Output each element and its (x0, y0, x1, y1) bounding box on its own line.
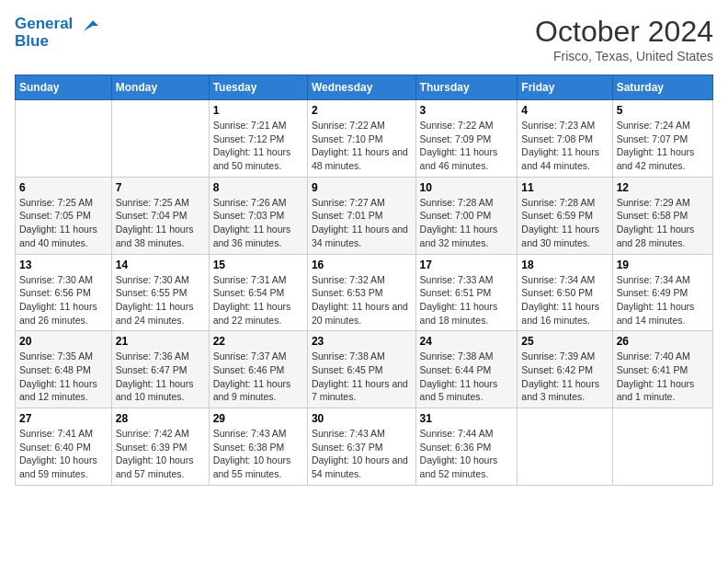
day-info: Sunrise: 7:26 AMSunset: 7:03 PMDaylight:… (213, 197, 291, 248)
calendar-cell: 10Sunrise: 7:28 AMSunset: 7:00 PMDayligh… (415, 177, 518, 254)
day-info: Sunrise: 7:35 AMSunset: 6:48 PMDaylight:… (19, 350, 97, 402)
day-info: Sunrise: 7:34 AMSunset: 6:50 PMDaylight:… (521, 274, 599, 326)
calendar-cell (518, 408, 612, 486)
calendar-cell: 22Sunrise: 7:37 AMSunset: 6:46 PMDayligh… (209, 331, 307, 408)
calendar-cell: 8Sunrise: 7:26 AMSunset: 7:03 PMDaylight… (209, 177, 307, 254)
day-number: 2 (312, 104, 412, 117)
calendar-cell: 26Sunrise: 7:40 AMSunset: 6:41 PMDayligh… (612, 331, 712, 408)
calendar-cell: 1Sunrise: 7:21 AMSunset: 7:12 PMDaylight… (209, 100, 307, 178)
calendar-cell: 27Sunrise: 7:41 AMSunset: 6:40 PMDayligh… (16, 408, 112, 486)
calendar-table: SundayMondayTuesdayWednesdayThursdayFrid… (15, 75, 713, 486)
day-info: Sunrise: 7:24 AMSunset: 7:07 PMDaylight:… (617, 120, 695, 171)
day-number: 20 (19, 335, 108, 348)
weekday-header-saturday: Saturday (612, 75, 712, 100)
day-number: 17 (420, 259, 514, 271)
page-header: General Blue October 2024 Frisco, Texas,… (15, 15, 713, 63)
day-info: Sunrise: 7:30 AMSunset: 6:55 PMDaylight:… (116, 274, 194, 326)
day-info: Sunrise: 7:38 AMSunset: 6:44 PMDaylight:… (420, 350, 498, 402)
day-number: 15 (213, 259, 303, 271)
day-info: Sunrise: 7:32 AMSunset: 6:53 PMDaylight:… (312, 274, 408, 326)
calendar-cell: 17Sunrise: 7:33 AMSunset: 6:51 PMDayligh… (415, 254, 518, 331)
day-info: Sunrise: 7:40 AMSunset: 6:41 PMDaylight:… (617, 350, 695, 402)
day-info: Sunrise: 7:39 AMSunset: 6:42 PMDaylight:… (521, 350, 599, 402)
calendar-cell: 24Sunrise: 7:38 AMSunset: 6:44 PMDayligh… (415, 331, 518, 408)
day-number: 12 (617, 181, 709, 194)
calendar-cell: 4Sunrise: 7:23 AMSunset: 7:08 PMDaylight… (518, 100, 612, 178)
day-info: Sunrise: 7:36 AMSunset: 6:47 PMDaylight:… (116, 350, 194, 402)
month-title: October 2024 (535, 15, 713, 49)
day-info: Sunrise: 7:28 AMSunset: 7:00 PMDaylight:… (420, 197, 498, 248)
calendar-cell: 31Sunrise: 7:44 AMSunset: 6:36 PMDayligh… (415, 408, 518, 486)
logo-blue: Blue (15, 33, 98, 51)
day-info: Sunrise: 7:37 AMSunset: 6:46 PMDaylight:… (213, 350, 291, 402)
day-info: Sunrise: 7:28 AMSunset: 6:59 PMDaylight:… (521, 197, 599, 248)
day-info: Sunrise: 7:25 AMSunset: 7:05 PMDaylight:… (19, 197, 97, 248)
day-info: Sunrise: 7:33 AMSunset: 6:51 PMDaylight:… (420, 274, 498, 326)
calendar-cell: 18Sunrise: 7:34 AMSunset: 6:50 PMDayligh… (518, 254, 612, 331)
calendar-cell: 5Sunrise: 7:24 AMSunset: 7:07 PMDaylight… (612, 100, 712, 178)
day-number: 9 (312, 181, 412, 194)
calendar-cell: 28Sunrise: 7:42 AMSunset: 6:39 PMDayligh… (111, 408, 209, 486)
day-info: Sunrise: 7:25 AMSunset: 7:04 PMDaylight:… (116, 197, 194, 248)
day-info: Sunrise: 7:23 AMSunset: 7:08 PMDaylight:… (521, 120, 599, 171)
weekday-header-monday: Monday (111, 75, 209, 100)
day-number: 25 (521, 335, 608, 348)
location-subtitle: Frisco, Texas, United States (535, 49, 713, 63)
weekday-header-sunday: Sunday (16, 75, 112, 100)
day-number: 6 (19, 181, 108, 194)
day-number: 22 (213, 335, 303, 348)
calendar-cell: 25Sunrise: 7:39 AMSunset: 6:42 PMDayligh… (518, 331, 612, 408)
calendar-cell: 20Sunrise: 7:35 AMSunset: 6:48 PMDayligh… (16, 331, 112, 408)
calendar-cell: 2Sunrise: 7:22 AMSunset: 7:10 PMDaylight… (307, 100, 415, 178)
day-number: 31 (420, 412, 514, 425)
day-number: 10 (420, 181, 514, 194)
calendar-cell: 29Sunrise: 7:43 AMSunset: 6:38 PMDayligh… (209, 408, 307, 486)
day-number: 30 (312, 412, 412, 425)
day-number: 18 (521, 259, 608, 271)
day-number: 13 (19, 259, 108, 271)
day-number: 3 (420, 104, 514, 117)
day-number: 23 (312, 335, 412, 348)
day-info: Sunrise: 7:22 AMSunset: 7:09 PMDaylight:… (420, 120, 498, 171)
calendar-cell: 11Sunrise: 7:28 AMSunset: 6:59 PMDayligh… (518, 177, 612, 254)
day-number: 28 (116, 412, 205, 425)
day-number: 26 (617, 335, 709, 348)
day-number: 11 (521, 181, 608, 194)
calendar-cell: 6Sunrise: 7:25 AMSunset: 7:05 PMDaylight… (16, 177, 112, 254)
calendar-cell (111, 100, 209, 178)
title-block: October 2024 Frisco, Texas, United State… (535, 15, 713, 63)
day-info: Sunrise: 7:43 AMSunset: 6:37 PMDaylight:… (312, 428, 408, 479)
logo: General Blue (15, 15, 98, 50)
day-number: 8 (213, 181, 303, 194)
day-number: 7 (116, 181, 205, 194)
calendar-cell: 9Sunrise: 7:27 AMSunset: 7:01 PMDaylight… (307, 177, 415, 254)
day-info: Sunrise: 7:21 AMSunset: 7:12 PMDaylight:… (213, 120, 291, 171)
day-number: 14 (116, 259, 205, 271)
day-info: Sunrise: 7:38 AMSunset: 6:45 PMDaylight:… (312, 350, 408, 402)
day-info: Sunrise: 7:41 AMSunset: 6:40 PMDaylight:… (19, 428, 97, 479)
day-number: 4 (521, 104, 608, 117)
calendar-cell: 12Sunrise: 7:29 AMSunset: 6:58 PMDayligh… (612, 177, 712, 254)
day-info: Sunrise: 7:22 AMSunset: 7:10 PMDaylight:… (312, 120, 408, 171)
day-number: 19 (617, 259, 709, 271)
calendar-cell: 21Sunrise: 7:36 AMSunset: 6:47 PMDayligh… (111, 331, 209, 408)
day-number: 16 (312, 259, 412, 271)
calendar-cell (612, 408, 712, 486)
day-info: Sunrise: 7:44 AMSunset: 6:36 PMDaylight:… (420, 428, 498, 479)
calendar-cell (16, 100, 112, 178)
day-info: Sunrise: 7:31 AMSunset: 6:54 PMDaylight:… (213, 274, 291, 326)
svg-marker-0 (84, 20, 98, 31)
logo-text: General (15, 15, 98, 33)
weekday-header-wednesday: Wednesday (307, 75, 415, 100)
weekday-header-thursday: Thursday (415, 75, 518, 100)
day-info: Sunrise: 7:42 AMSunset: 6:39 PMDaylight:… (116, 428, 194, 479)
day-number: 24 (420, 335, 514, 348)
calendar-cell: 3Sunrise: 7:22 AMSunset: 7:09 PMDaylight… (415, 100, 518, 178)
day-info: Sunrise: 7:43 AMSunset: 6:38 PMDaylight:… (213, 428, 291, 479)
day-number: 29 (213, 412, 303, 425)
calendar-cell: 19Sunrise: 7:34 AMSunset: 6:49 PMDayligh… (612, 254, 712, 331)
calendar-cell: 14Sunrise: 7:30 AMSunset: 6:55 PMDayligh… (111, 254, 209, 331)
day-number: 5 (617, 104, 709, 117)
calendar-cell: 23Sunrise: 7:38 AMSunset: 6:45 PMDayligh… (307, 331, 415, 408)
day-info: Sunrise: 7:30 AMSunset: 6:56 PMDaylight:… (19, 274, 97, 326)
